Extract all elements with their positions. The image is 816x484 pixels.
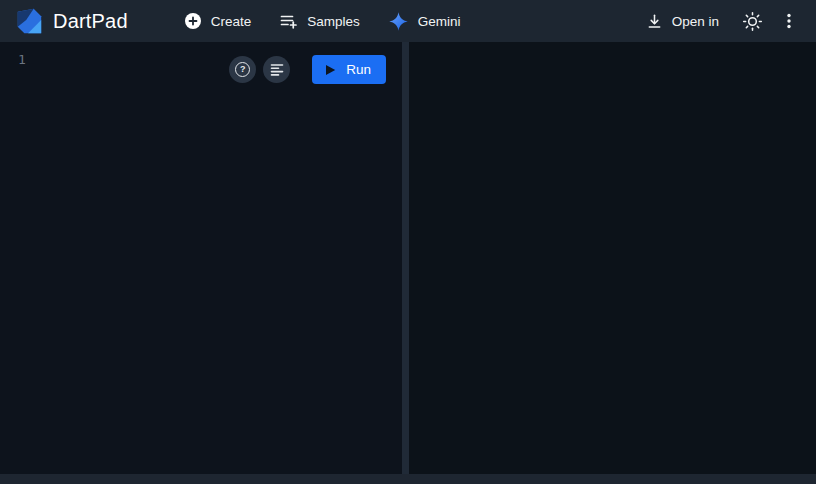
help-icon: ? (235, 62, 250, 77)
line-number: 1 (18, 52, 26, 67)
format-align-left-icon (270, 63, 284, 77)
format-button[interactable] (263, 56, 290, 83)
editor-toolbar: ? Run (229, 55, 386, 84)
overflow-menu-button[interactable] (776, 7, 802, 35)
run-button[interactable]: Run (312, 55, 386, 84)
create-button-label: Create (211, 14, 252, 29)
header-nav: Create Samples (174, 5, 471, 38)
gemini-sparkle-icon (388, 11, 409, 32)
app-title: DartPad (53, 10, 128, 33)
kebab-menu-icon (781, 12, 797, 30)
dart-logo-icon (14, 6, 44, 36)
samples-button[interactable]: Samples (269, 6, 370, 37)
samples-button-label: Samples (307, 14, 360, 29)
brand: DartPad (14, 6, 128, 36)
download-icon (646, 13, 663, 30)
playlist-add-icon (279, 12, 298, 31)
create-button[interactable]: Create (174, 6, 262, 36)
help-button[interactable]: ? (229, 56, 256, 83)
output-panel (409, 42, 816, 474)
header-right: Open in (636, 6, 802, 37)
play-icon (325, 64, 336, 76)
panel-resize-handle[interactable] (402, 42, 409, 474)
run-button-label: Run (346, 62, 371, 77)
code-editor-panel[interactable]: 1 ? (0, 42, 402, 474)
dartpad-app: DartPad Create (0, 0, 816, 484)
status-bar (0, 474, 816, 484)
app-header: DartPad Create (0, 0, 816, 42)
add-circle-icon (184, 12, 202, 30)
sun-icon (742, 11, 763, 32)
open-in-button[interactable]: Open in (636, 7, 729, 36)
gemini-button[interactable]: Gemini (378, 5, 471, 38)
theme-toggle-button[interactable] (737, 6, 768, 37)
open-in-button-label: Open in (672, 14, 719, 29)
gemini-button-label: Gemini (418, 14, 461, 29)
main-split-view: 1 ? (0, 42, 816, 474)
